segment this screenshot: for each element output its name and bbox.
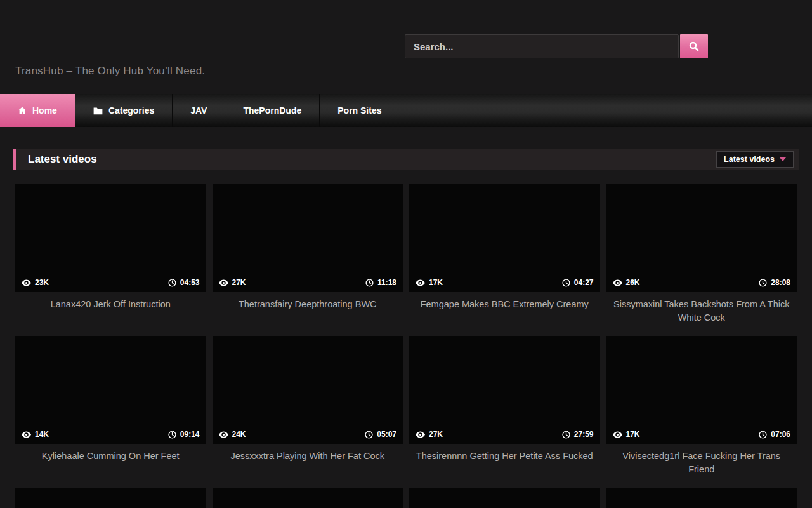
video-title[interactable]: Thesirennnn Getting Her Petite Ass Fucke… — [409, 450, 600, 479]
duration: 11:18 — [365, 278, 396, 287]
video-meta: 23K 04:53 — [15, 273, 206, 292]
view-count: 27K — [219, 278, 246, 287]
duration: 28:08 — [759, 278, 790, 287]
search-input[interactable] — [405, 34, 679, 58]
video-card[interactable]: 23K 04:53 Lanax420 Jerk Off Instruction — [15, 184, 206, 327]
video-thumbnail[interactable]: 17K 07:06 — [606, 336, 797, 444]
video-title[interactable]: Vivisectedg1rl Face Fucking Her Trans Fr… — [606, 450, 797, 479]
caret-down-icon — [780, 157, 786, 161]
video-card[interactable]: 27K 27:59 Thesirennnn Getting Her Petite… — [409, 336, 600, 479]
clock-icon — [562, 431, 570, 439]
video-thumbnail[interactable]: 26K 28:08 — [606, 184, 797, 292]
duration: 05:07 — [365, 430, 396, 439]
video-thumbnail[interactable]: 17K 04:27 — [409, 184, 600, 292]
video-title[interactable]: Femgape Makes BBC Extremely Creamy — [409, 298, 600, 327]
sort-dropdown-label: Latest videos — [724, 155, 775, 164]
eye-icon — [22, 431, 31, 438]
eye-icon — [416, 279, 425, 286]
magnifier-icon — [688, 41, 700, 52]
video-thumbnail[interactable] — [15, 488, 206, 508]
duration: 07:06 — [759, 430, 790, 439]
video-thumbnail[interactable] — [213, 488, 403, 508]
clock-icon — [365, 431, 373, 439]
search-button[interactable] — [680, 34, 708, 58]
clock-icon — [562, 279, 570, 287]
main-content: Latest videos Latest videos 23K — [0, 149, 812, 508]
video-meta: 24K 05:07 — [213, 425, 403, 444]
video-thumbnail[interactable]: 24K 05:07 — [213, 336, 403, 444]
duration: 27:59 — [562, 430, 594, 439]
video-meta: 17K 07:06 — [606, 425, 797, 444]
home-icon — [18, 106, 27, 115]
nav-item-home[interactable]: Home — [0, 94, 75, 127]
video-meta: 27K 27:59 — [409, 425, 600, 444]
sort-dropdown[interactable]: Latest videos — [716, 151, 794, 168]
video-thumbnail[interactable]: 27K 27:59 — [409, 336, 600, 444]
eye-icon — [613, 431, 622, 438]
video-thumbnail[interactable]: 23K 04:53 — [15, 184, 206, 292]
view-count: 14K — [22, 430, 49, 439]
video-title[interactable]: Kyliehaale Cumming On Her Feet — [15, 450, 206, 479]
video-card[interactable] — [15, 488, 206, 508]
nav-item-label: Home — [32, 105, 57, 116]
video-title[interactable]: Lanax420 Jerk Off Instruction — [15, 298, 206, 327]
clock-icon — [759, 431, 767, 439]
eye-icon — [219, 431, 228, 438]
clock-icon — [759, 279, 767, 287]
video-card[interactable] — [409, 488, 600, 508]
view-count: 24K — [219, 430, 246, 439]
video-meta: 26K 28:08 — [606, 273, 797, 292]
nav-item-label: Porn Sites — [337, 105, 381, 116]
duration: 04:27 — [562, 278, 594, 287]
section-header: Latest videos Latest videos — [13, 149, 799, 170]
video-title[interactable]: Jessxxxtra Playing With Her Fat Cock — [213, 450, 403, 479]
view-count: 17K — [613, 430, 640, 439]
video-card[interactable]: 17K 04:27 Femgape Makes BBC Extremely Cr… — [409, 184, 600, 327]
eye-icon — [219, 279, 228, 286]
view-count: 26K — [613, 278, 640, 287]
eye-icon — [416, 431, 425, 438]
clock-icon — [168, 279, 176, 287]
duration: 04:53 — [168, 278, 200, 287]
video-title[interactable]: Thetransfairy Deepthroating BWC — [213, 298, 403, 327]
video-thumbnail[interactable] — [409, 488, 600, 508]
duration: 09:14 — [168, 430, 200, 439]
video-meta: 14K 09:14 — [15, 425, 206, 444]
video-card[interactable] — [213, 488, 403, 508]
view-count: 23K — [22, 278, 49, 287]
eye-icon — [613, 279, 622, 286]
nav-item-theporndude[interactable]: ThePornDude — [225, 94, 320, 127]
video-thumbnail[interactable]: 14K 09:14 — [15, 336, 206, 444]
video-meta: 27K 11:18 — [213, 273, 403, 292]
section-title: Latest videos — [28, 153, 97, 166]
folder-icon — [93, 107, 103, 115]
video-card[interactable]: 26K 28:08 Sissymaxinl Takes Backshots Fr… — [606, 184, 797, 327]
video-card[interactable]: 14K 09:14 Kyliehaale Cumming On Her Feet — [15, 336, 206, 479]
video-title[interactable]: Sissymaxinl Takes Backshots From A Thick… — [606, 298, 797, 327]
main-nav: Home Categories JAV ThePornDude Porn Sit… — [0, 94, 812, 127]
site-header: TransHub – The Only Hub You’ll Need. — [0, 0, 812, 94]
video-card[interactable]: 17K 07:06 Vivisectedg1rl Face Fucking He… — [606, 336, 797, 479]
nav-item-label: ThePornDude — [243, 105, 301, 116]
video-card[interactable]: 24K 05:07 Jessxxxtra Playing With Her Fa… — [213, 336, 403, 479]
video-grid: 23K 04:53 Lanax420 Jerk Off Instruction — [13, 184, 799, 508]
site-tagline: TransHub – The Only Hub You’ll Need. — [15, 65, 205, 77]
nav-item-label: JAV — [190, 105, 207, 116]
nav-item-categories[interactable]: Categories — [75, 94, 173, 127]
eye-icon — [22, 279, 31, 286]
nav-item-label: Categories — [108, 105, 154, 116]
video-card[interactable]: 27K 11:18 Thetransfairy Deepthroating BW… — [213, 184, 403, 327]
video-thumbnail[interactable] — [606, 488, 797, 508]
video-thumbnail[interactable]: 27K 11:18 — [213, 184, 403, 292]
nav-item-jav[interactable]: JAV — [173, 94, 225, 127]
video-meta: 17K 04:27 — [409, 273, 600, 292]
view-count: 17K — [416, 278, 443, 287]
clock-icon — [168, 431, 176, 439]
view-count: 27K — [416, 430, 443, 439]
search-form — [405, 34, 708, 58]
clock-icon — [365, 279, 374, 287]
nav-item-porn-sites[interactable]: Porn Sites — [320, 94, 400, 127]
video-card[interactable] — [606, 488, 797, 508]
